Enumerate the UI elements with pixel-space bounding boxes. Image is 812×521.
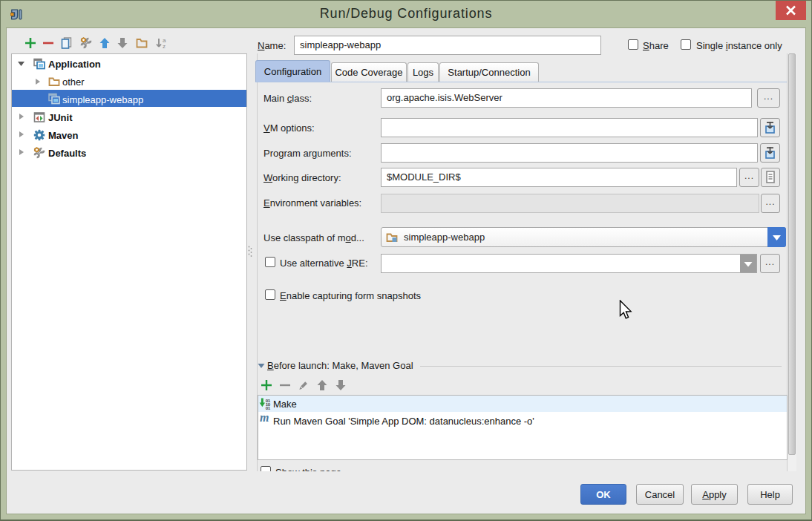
svg-text:01: 01 — [266, 405, 271, 410]
svg-text:z: z — [163, 43, 166, 49]
